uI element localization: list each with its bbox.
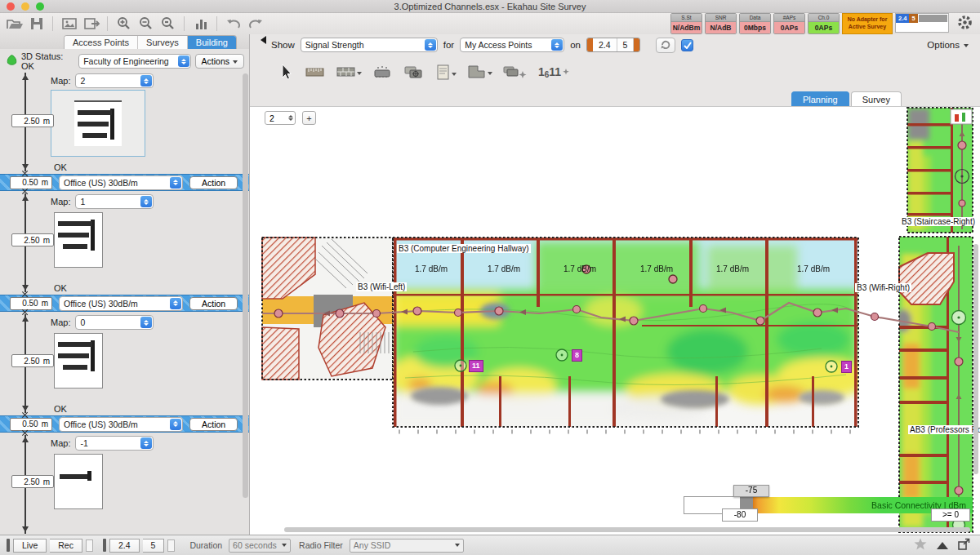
radio-filter-select[interactable]: Any SSID bbox=[350, 539, 464, 553]
options-button[interactable]: Options bbox=[927, 40, 969, 50]
place-ap-tool-icon[interactable] bbox=[403, 64, 424, 80]
zoom-fit-icon[interactable] bbox=[158, 16, 177, 32]
auto-planner-tool-icon[interactable] bbox=[503, 63, 528, 81]
floor-section-map0[interactable]: Map: 0 2.50m OK bbox=[0, 312, 249, 415]
gear-icon[interactable] bbox=[956, 14, 973, 34]
floor-thumbnail[interactable] bbox=[54, 212, 103, 268]
group-handle bbox=[103, 539, 106, 552]
map-select[interactable]: -1 bbox=[75, 436, 154, 451]
map-select[interactable]: 0 bbox=[75, 315, 154, 330]
ap-filter-select[interactable]: My Access Points bbox=[460, 38, 564, 52]
wall-tool-icon[interactable] bbox=[336, 64, 362, 80]
reports-chart-icon[interactable] bbox=[191, 16, 210, 32]
sidebar-scrollbar[interactable] bbox=[243, 73, 248, 498]
toolbar-separator bbox=[216, 16, 217, 31]
room-attenuation-label: 1.7 dB/m bbox=[559, 264, 600, 273]
map-canvas[interactable]: 2 + bbox=[250, 106, 980, 535]
slab-row[interactable]: 0.50m Office (US) 30dB/m Action bbox=[0, 295, 249, 312]
horizontal-scrollbar[interactable] bbox=[284, 527, 970, 532]
floor-number-stepper[interactable]: 2 bbox=[265, 111, 296, 125]
attenuation-profile-select[interactable]: Office (US) 30dB/m bbox=[59, 175, 183, 190]
attenuation-profile-select[interactable]: Office (US) 30dB/m bbox=[59, 296, 183, 311]
zoom-out-icon[interactable] bbox=[136, 16, 155, 32]
rec-button[interactable]: Rec bbox=[50, 539, 82, 553]
detach-window-icon[interactable] bbox=[958, 538, 970, 553]
show-label: Show bbox=[271, 40, 295, 50]
floor-height-field[interactable]: 2.50m bbox=[11, 114, 54, 127]
channel-planner-tool-icon[interactable]: 1611 bbox=[538, 65, 572, 79]
tab-planning[interactable]: Planning bbox=[791, 91, 849, 106]
slab-row[interactable]: 0.50m Office (US) 30dB/m Action bbox=[0, 174, 249, 191]
slab-height-field[interactable]: 0.50m bbox=[10, 418, 52, 431]
floor-section-map1[interactable]: Map: 1 2.50m OK bbox=[0, 191, 249, 295]
room-attenuation-label: 1.7 dB/m bbox=[793, 264, 834, 273]
band-toggle[interactable]: 2.4 5 bbox=[586, 38, 640, 52]
floor-section-map-minus1[interactable]: Map: -1 2.50m bbox=[0, 433, 249, 535]
redo-icon[interactable] bbox=[246, 16, 265, 32]
floor-status: OK bbox=[54, 404, 67, 414]
open-project-icon[interactable] bbox=[5, 16, 24, 32]
attenuation-profile-select[interactable]: Office (US) 30dB/m bbox=[59, 417, 183, 432]
actions-button[interactable]: Actions bbox=[195, 54, 244, 69]
sparkle-icon bbox=[561, 65, 572, 78]
floor-height-field[interactable]: 2.50m bbox=[11, 354, 54, 367]
export-image-icon[interactable] bbox=[82, 16, 100, 32]
band-5-toggle[interactable]: 5 bbox=[617, 38, 635, 51]
favorite-star-icon[interactable] bbox=[914, 538, 927, 553]
visualization-select[interactable]: Signal Strength bbox=[301, 38, 438, 52]
tab-survey[interactable]: Survey bbox=[851, 91, 902, 106]
note-tool-icon[interactable] bbox=[434, 64, 457, 81]
live-button[interactable]: Live bbox=[13, 539, 47, 553]
meter-label: SNR bbox=[706, 14, 736, 22]
slab-action-button[interactable]: Action bbox=[189, 297, 238, 310]
tab-building[interactable]: Building bbox=[188, 36, 236, 49]
floor-thumbnail[interactable] bbox=[51, 90, 145, 157]
access-point-tool-icon[interactable] bbox=[372, 64, 393, 80]
building-select[interactable]: Faculty of Engineering bbox=[78, 54, 190, 69]
map-select[interactable]: 1 bbox=[75, 194, 154, 209]
floorplan-map[interactable] bbox=[250, 107, 980, 535]
import-image-icon[interactable] bbox=[60, 16, 78, 32]
tab-access-points[interactable]: Access Points bbox=[65, 36, 138, 49]
slab-row[interactable]: 0.50m Office (US) 30dB/m Action bbox=[0, 415, 249, 433]
refresh-button[interactable] bbox=[656, 38, 675, 53]
ap-number-marker[interactable]: 11 bbox=[469, 360, 483, 372]
slab-height-field[interactable]: 0.50m bbox=[10, 297, 52, 310]
room-attenuation-label: 1.7 dB/m bbox=[636, 264, 677, 273]
band-5-button[interactable]: 5 bbox=[143, 539, 165, 553]
legend-low-value[interactable]: -80 bbox=[722, 508, 758, 522]
floor-thumbnail[interactable] bbox=[54, 454, 103, 509]
select-tool-icon[interactable] bbox=[276, 63, 294, 81]
save-project-icon[interactable] bbox=[27, 16, 46, 32]
floor-height-field[interactable]: 2.50m bbox=[11, 475, 54, 488]
tab-surveys[interactable]: Surveys bbox=[138, 36, 188, 49]
scan-progress-bar bbox=[919, 15, 947, 22]
auto-refresh-checkbox[interactable] bbox=[681, 39, 693, 51]
floor-section-map2[interactable]: Map: 2 2.50m OK bbox=[0, 70, 249, 174]
adapter-warning-badge[interactable]: No Adapter for Active Survey bbox=[842, 13, 893, 34]
ap-number-marker[interactable]: 8 bbox=[572, 349, 582, 362]
undo-icon[interactable] bbox=[224, 16, 243, 32]
map-select[interactable]: 2 bbox=[75, 73, 154, 88]
band-24-button[interactable]: 2.4 bbox=[109, 539, 140, 553]
duration-select[interactable]: 60 seconds bbox=[229, 539, 291, 553]
slab-height-field[interactable]: 0.50m bbox=[10, 176, 52, 189]
floor-thumbnail[interactable] bbox=[54, 333, 103, 388]
zoom-in-icon[interactable] bbox=[114, 16, 133, 32]
collapse-sidebar-icon[interactable] bbox=[256, 36, 266, 44]
expand-panel-icon[interactable] bbox=[937, 536, 948, 549]
band-24-toggle[interactable]: 2.4 bbox=[593, 38, 617, 51]
floor-spinner-group: 2 + bbox=[265, 111, 316, 125]
legend-high-value[interactable]: >= 0 bbox=[931, 508, 970, 522]
floor-height-field[interactable]: 2.50m bbox=[11, 233, 54, 246]
zone-tool-icon[interactable] bbox=[467, 64, 492, 80]
slab-action-button[interactable]: Action bbox=[189, 176, 238, 189]
add-floor-button[interactable]: + bbox=[302, 111, 316, 125]
measure-tool-icon[interactable] bbox=[305, 64, 326, 80]
area-label-hallway: B3 (Computer Engineering Hallway) bbox=[397, 244, 531, 253]
vertical-scrollbar[interactable] bbox=[973, 244, 978, 474]
select-stepper-icon bbox=[140, 75, 152, 87]
ap-number-marker[interactable]: 1 bbox=[841, 361, 852, 373]
meter-value: 0APs bbox=[808, 22, 839, 33]
slab-action-button[interactable]: Action bbox=[189, 418, 238, 431]
